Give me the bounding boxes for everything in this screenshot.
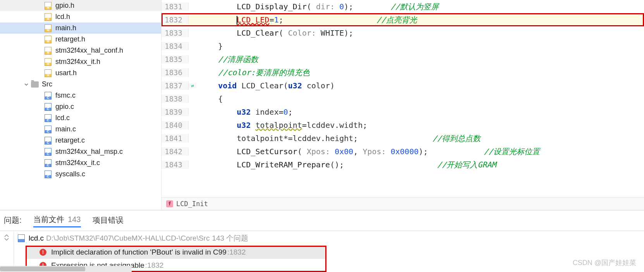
file-label: retarget.c [55,136,85,145]
problem-line: :1832 [227,248,246,257]
line-number: 1837 [161,81,189,90]
file-label: lcd.h [55,13,70,21]
tree-folder-src[interactable]: Src [0,79,161,90]
c-file-icon [45,137,52,145]
c-file-icon [45,92,52,100]
line-number: 1843 [161,160,189,169]
line-number: 1835 [161,55,189,64]
file-label: retarget.h [55,35,85,43]
c-file-icon [45,159,52,167]
code-content[interactable]: LCD_SetCursor( Xpos: 0x00, Ypos: 0x0000)… [196,146,644,157]
folder-label: Src [42,80,52,88]
file-label: gpio.h [55,2,74,10]
code-line[interactable]: 1842 LCD_SetCursor( Xpos: 0x00, Ypos: 0x… [161,145,644,158]
tree-file-gpio-h[interactable]: gpio.h [0,0,161,11]
c-file-icon [45,148,52,156]
tree-file-lcd-c[interactable]: lcd.c [0,112,161,124]
breadcrumb[interactable]: f LCD_Init [161,197,644,210]
h-file-icon [45,36,52,43]
code-line[interactable]: 1834 } [161,40,644,53]
line-number: 1839 [161,108,189,116]
function-icon: f [166,200,173,207]
code-content[interactable]: totalpoint*=lcddev.height; //得到总点数 [196,133,644,144]
c-file-icon [45,114,52,122]
line-number: 1838 [161,95,189,103]
error-icon: ! [39,249,46,256]
file-label: lcd.c [55,114,70,122]
code-content[interactable]: LCD_Display_Dir( dir: 0); //默认为竖屏 [196,2,644,12]
code-line[interactable]: 1833 LCD_Clear( Color: WHITE); [161,26,644,40]
file-label: main.c [55,125,76,133]
breadcrumb-function: LCD_Init [176,200,208,208]
line-number: 1832 [161,15,189,24]
file-label: fsmc.c [55,91,76,100]
h-file-icon [45,2,52,10]
code-content[interactable]: } [196,41,644,51]
tree-file-retarget-c[interactable]: retarget.c [0,135,161,146]
h-file-icon [45,69,52,77]
code-content[interactable]: void LCD_Clear(u32 color) [196,81,644,90]
tree-file-stm32f4xx-it-h[interactable]: stm32f4xx_it.h [0,56,161,67]
code-line[interactable]: 1843 LCD_WriteRAM_Prepare(); //开始写入GRAM [161,158,644,171]
problems-panel: 问题: 当前文件 143 项目错误 lcd.c D:\Job\STM32\F40… [0,210,644,272]
code-content[interactable]: LCD_Clear( Color: WHITE); [196,28,644,38]
h-file-icon [45,47,52,55]
h-file-icon [45,24,52,32]
code-line[interactable]: 1836 //color:要清屏的填充色 [161,66,644,79]
project-tree[interactable]: gpio.hlcd.hmain.hretarget.hstm32f4xx_hal… [0,0,161,210]
code-content[interactable]: u32 index=0; [196,107,644,117]
tab-current-file[interactable]: 当前文件 143 [33,214,81,227]
file-label: stm32f4xx_it.h [55,58,100,66]
tree-file-lcd-h[interactable]: lcd.h [0,11,161,22]
collapse-icon[interactable] [3,234,11,241]
code-line[interactable]: 1837⇄ void LCD_Clear(u32 color) [161,79,644,92]
chevron-down-icon [23,81,29,88]
code-line[interactable]: 1840 u32 totalpoint=lcddev.width; [161,119,644,132]
file-label: syscalls.c [55,170,85,178]
code-line[interactable]: 1838 { [161,92,644,105]
code-line[interactable]: 1831 LCD_Display_Dir( dir: 0); //默认为竖屏 [161,0,644,13]
tree-file-main-c[interactable]: main.c [0,124,161,135]
line-number: 1840 [161,121,189,129]
problems-title: 问题: [4,215,22,227]
problem-message: Implicit declaration of function 'PBout'… [51,248,227,257]
code-content[interactable]: //color:要清屏的填充色 [196,67,644,78]
tree-file-stm32f4xx-hal-msp-c[interactable]: stm32f4xx_hal_msp.c [0,146,161,157]
code-content[interactable]: u32 totalpoint=lcddev.width; [196,121,644,130]
tree-file-gpio-c[interactable]: gpio.c [0,101,161,112]
c-file-icon [45,170,52,178]
fold-gutter[interactable]: ⇄ [189,83,196,88]
tree-file-syscalls-c[interactable]: syscalls.c [0,169,161,180]
tree-file-stm32f4xx-it-c[interactable]: stm32f4xx_it.c [0,157,161,169]
tree-file-retarget-h[interactable]: retarget.h [0,34,161,45]
code-content[interactable]: { [196,94,644,103]
code-line[interactable]: 1841 totalpoint*=lcddev.height; //得到总点数 [161,132,644,145]
h-file-icon [45,58,52,66]
file-label: stm32f4xx_it.c [55,159,100,167]
file-label: stm32f4xx_hal_msp.c [55,148,123,156]
code-line[interactable]: 1832 LCD_LED=1; //点亮背光 [161,13,644,26]
line-number: 1833 [161,29,189,37]
problem-line: :1832 [145,261,164,270]
c-file-icon [45,126,52,133]
tree-file-stm32f4xx-hal-conf-h[interactable]: stm32f4xx_hal_conf.h [0,45,161,56]
problem-item[interactable]: !Implicit declaration of function 'PBout… [26,246,326,259]
code-content[interactable]: LCD_LED=1; //点亮背光 [196,15,644,25]
code-editor[interactable]: 1831 LCD_Display_Dir( dir: 0); //默认为竖屏18… [161,0,644,210]
c-file-icon [18,234,25,242]
code-content[interactable]: LCD_WriteRAM_Prepare(); //开始写入GRAM [196,160,644,170]
line-number: 1842 [161,147,189,156]
file-label: main.h [55,24,76,32]
h-file-icon [45,13,52,21]
line-number: 1831 [161,2,189,11]
c-file-icon [45,103,52,111]
tree-file-main-h[interactable]: main.h [0,22,161,34]
file-label: gpio.c [55,103,74,111]
problem-file-header[interactable]: lcd.c D:\Job\STM32\F407\CubeMX-HAL\LCD-\… [14,231,644,246]
tree-file-usart-h[interactable]: usart.h [0,67,161,79]
tree-file-fsmc-c[interactable]: fsmc.c [0,90,161,101]
code-content[interactable]: //清屏函数 [196,54,644,65]
tab-project-errors[interactable]: 项目错误 [93,215,124,227]
code-line[interactable]: 1839 u32 index=0; [161,105,644,119]
code-line[interactable]: 1835 //清屏函数 [161,53,644,66]
